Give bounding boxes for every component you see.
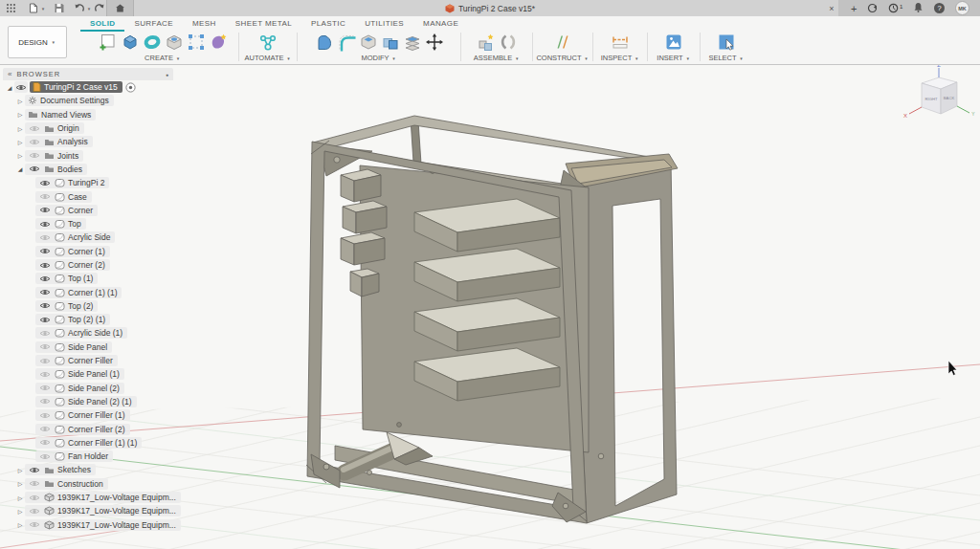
insert-menu[interactable]: INSERT▾ [657,54,690,62]
user-avatar[interactable]: MK [955,1,969,15]
notifications-bell-icon[interactable] [913,0,924,17]
visibility-eye-icon[interactable] [38,206,52,214]
visibility-eye-icon[interactable] [28,151,41,160]
browser-row[interactable]: ▷Named Views [3,108,173,121]
new-component-icon[interactable] [476,32,497,53]
visibility-eye-icon[interactable] [38,274,52,283]
new-sketch-icon[interactable] [98,32,119,53]
browser-row[interactable]: Corner (1) [3,245,173,258]
file-menu-caret-icon[interactable]: ▾ [40,6,46,11]
visibility-eye-icon[interactable] [38,438,52,447]
activate-component-radio[interactable] [125,82,136,93]
select-menu[interactable]: SELECT▾ [708,54,744,62]
browser-row[interactable]: Top (1) [3,272,173,285]
browser-row[interactable]: Acrylic Side [3,231,173,244]
expander-expanded-icon[interactable]: ◢ [5,84,14,91]
expander-collapsed-icon[interactable]: ▷ [15,467,25,473]
expander-collapsed-icon[interactable]: ▷ [15,98,25,104]
visibility-eye-icon[interactable] [28,507,41,516]
help-icon[interactable]: ? [934,3,945,13]
combine-icon[interactable] [380,32,401,53]
workspace-switcher[interactable]: DESIGN ▾ [8,26,67,58]
expander-collapsed-icon[interactable]: ▷ [15,508,25,515]
browser-row[interactable]: Acrylic Side (1) [3,326,173,340]
assemble-menu[interactable]: ASSEMBLE▾ [474,54,520,62]
visibility-eye-icon[interactable] [38,288,52,296]
browser-row[interactable]: Corner [3,204,173,217]
new-tab-icon[interactable]: + [851,3,857,14]
expander-collapsed-icon[interactable]: ▷ [15,111,25,118]
home-tab[interactable] [106,0,134,16]
tab-surface[interactable]: SURFACE [124,17,183,30]
visibility-eye-icon[interactable] [38,397,52,406]
press-pull-icon[interactable] [314,32,335,53]
browser-header[interactable]: « BROWSER ● [3,68,173,80]
browser-row[interactable]: Corner (2) [3,258,173,272]
browser-row[interactable]: ▷Analysis [3,135,173,148]
automate-menu[interactable]: AUTOMATE▾ [245,54,292,62]
browser-row[interactable]: Corner Filler (2) [3,422,173,435]
redo-icon[interactable] [92,1,106,15]
browser-row[interactable]: ◢TuringPi 2 Case v15 [3,80,173,94]
visibility-eye-icon[interactable] [38,384,52,392]
browser-row[interactable]: Side Panel (2) [3,382,173,395]
joint-icon[interactable] [498,32,519,53]
close-tab-icon[interactable]: × [824,0,839,16]
visibility-eye-icon[interactable] [38,452,52,461]
visibility-eye-icon[interactable] [38,301,52,310]
expander-collapsed-icon[interactable]: ▷ [15,152,25,159]
browser-row[interactable]: Case [3,189,173,203]
browser-row[interactable]: Corner Filler (1) [3,408,173,422]
save-icon[interactable] [52,1,66,15]
visibility-eye-icon[interactable] [28,520,41,529]
expander-collapsed-icon[interactable]: ▷ [15,125,25,132]
visibility-eye-icon[interactable] [38,342,52,351]
turingpi-case-model[interactable] [306,116,678,523]
expander-expanded-icon[interactable]: ◢ [15,165,25,172]
insert-canvas-icon[interactable] [663,32,684,53]
visibility-eye-icon[interactable] [38,411,52,420]
create-menu[interactable]: CREATE▾ [145,54,181,62]
form-icon[interactable] [142,32,163,53]
browser-row[interactable]: ◢Bodies [3,163,173,176]
browser-row[interactable]: ▷Sketches [3,463,173,476]
tab-manage[interactable]: MANAGE [413,17,468,30]
shell-icon[interactable] [358,32,379,53]
expander-collapsed-icon[interactable]: ▷ [15,139,25,145]
expander-collapsed-icon[interactable]: ▷ [15,494,25,501]
visibility-eye-icon[interactable] [38,247,52,255]
job-status-icon[interactable]: 1 [888,3,902,13]
modify-menu[interactable]: MODIFY▾ [361,54,396,62]
visibility-eye-icon[interactable] [38,316,52,324]
construction-plane-icon[interactable] [552,32,573,53]
split-body-icon[interactable] [402,32,423,53]
browser-row[interactable]: Fan Holder [3,450,173,463]
browser-row[interactable]: Side Panel (2) (1) [3,395,173,408]
fillet-icon[interactable] [336,32,357,53]
selected-item-pill[interactable]: TuringPi 2 Case v15 [30,81,122,93]
extensions-icon[interactable] [867,0,878,17]
tab-mesh[interactable]: MESH [183,17,226,30]
browser-row[interactable]: ▷Origin [3,121,173,135]
visibility-eye-icon[interactable] [14,83,28,92]
visibility-eye-icon[interactable] [28,494,41,502]
browser-row[interactable]: TuringPi 2 [3,176,173,189]
visibility-eye-icon[interactable] [28,466,41,474]
visibility-eye-icon[interactable] [38,233,52,242]
visibility-eye-icon[interactable] [28,165,41,173]
visibility-eye-icon[interactable] [38,261,52,270]
extrude-icon[interactable] [120,32,141,53]
pattern-icon[interactable] [186,32,207,53]
expander-collapsed-icon[interactable]: ▷ [15,480,25,487]
browser-row[interactable]: ▷1939K17_Low-Voltage Equipm... [3,491,173,504]
automate-icon[interactable] [257,32,278,53]
visibility-eye-icon[interactable] [28,138,41,146]
visibility-eye-icon[interactable] [38,179,52,187]
tab-solid[interactable]: SOLID [80,17,124,32]
browser-row[interactable]: ▷1939K17_Low-Voltage Equipm... [3,504,173,517]
browser-row[interactable]: Corner Filler (1) (1) [3,436,173,450]
visibility-eye-icon[interactable] [38,357,52,365]
app-grid-menu-icon[interactable] [4,1,18,15]
expander-collapsed-icon[interactable]: ▷ [15,521,25,528]
select-icon[interactable] [716,32,737,53]
